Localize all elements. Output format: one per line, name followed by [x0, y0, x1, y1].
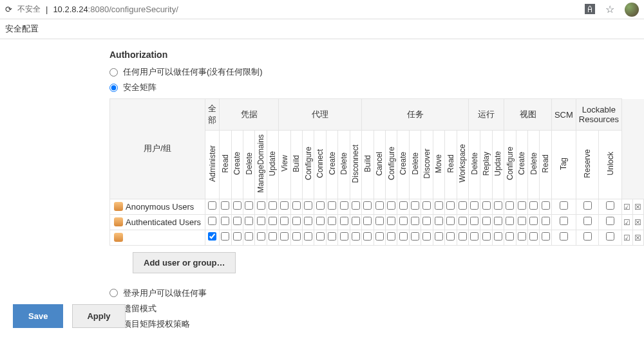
- perm-checkbox[interactable]: [494, 232, 502, 241]
- perm-checkbox[interactable]: [606, 201, 614, 210]
- perm-checkbox[interactable]: [363, 217, 372, 225]
- perm-checkbox[interactable]: [494, 217, 502, 225]
- profile-avatar[interactable]: [625, 3, 639, 17]
- select-all-icon[interactable]: ☑: [623, 203, 630, 212]
- perm-checkbox[interactable]: [542, 217, 550, 225]
- perm-checkbox[interactable]: [375, 217, 384, 225]
- perm-checkbox[interactable]: [399, 232, 408, 241]
- perm-checkbox[interactable]: [269, 217, 277, 225]
- perm-checkbox[interactable]: [411, 201, 419, 210]
- perm-checkbox[interactable]: [411, 217, 419, 225]
- perm-checkbox[interactable]: [280, 232, 289, 241]
- url-text[interactable]: 10.2.8.24:8080/configureSecurity/: [53, 5, 178, 14]
- auth-radio-loggedin[interactable]: 登录用户可以做任何事: [109, 287, 644, 299]
- perm-checkbox[interactable]: [352, 201, 360, 210]
- perm-checkbox[interactable]: [446, 201, 455, 210]
- perm-checkbox[interactable]: [387, 217, 395, 225]
- save-button[interactable]: Save: [13, 304, 63, 328]
- perm-checkbox[interactable]: [411, 232, 419, 241]
- perm-checkbox[interactable]: [470, 217, 478, 225]
- perm-checkbox[interactable]: [257, 217, 265, 225]
- perm-checkbox[interactable]: [422, 232, 431, 241]
- select-all-icon[interactable]: ☑: [623, 218, 630, 227]
- perm-checkbox[interactable]: [606, 217, 614, 225]
- perm-checkbox[interactable]: [542, 232, 550, 241]
- perm-checkbox[interactable]: [518, 201, 526, 210]
- perm-checkbox[interactable]: [221, 232, 229, 241]
- perm-checkbox[interactable]: [328, 201, 336, 210]
- perm-checkbox[interactable]: [387, 201, 395, 210]
- perm-checkbox[interactable]: [518, 217, 526, 225]
- perm-checkbox[interactable]: [233, 232, 242, 241]
- perm-checkbox[interactable]: [606, 232, 614, 241]
- perm-checkbox[interactable]: [280, 201, 289, 210]
- clear-all-icon[interactable]: ☒: [634, 203, 641, 212]
- perm-checkbox[interactable]: [328, 232, 336, 241]
- perm-checkbox[interactable]: [292, 201, 301, 210]
- perm-checkbox[interactable]: [529, 217, 538, 225]
- auth-radio-matrix[interactable]: 安全矩阵: [109, 82, 644, 93]
- perm-checkbox[interactable]: [583, 217, 592, 225]
- perm-checkbox[interactable]: [233, 201, 242, 210]
- perm-checkbox[interactable]: [340, 232, 348, 241]
- perm-checkbox[interactable]: [316, 217, 325, 225]
- perm-checkbox[interactable]: [583, 232, 592, 241]
- perm-checkbox[interactable]: [446, 232, 455, 241]
- perm-checkbox[interactable]: [560, 201, 568, 210]
- perm-checkbox[interactable]: [387, 232, 395, 241]
- perm-checkbox[interactable]: [257, 201, 265, 210]
- perm-checkbox[interactable]: [435, 232, 443, 241]
- perm-checkbox[interactable]: [506, 232, 514, 241]
- perm-checkbox[interactable]: [304, 217, 312, 225]
- reload-icon[interactable]: ⟳: [5, 5, 12, 14]
- perm-checkbox[interactable]: [340, 201, 348, 210]
- perm-checkbox[interactable]: [482, 217, 491, 225]
- perm-checkbox[interactable]: [363, 201, 372, 210]
- perm-checkbox[interactable]: [221, 217, 229, 225]
- perm-checkbox[interactable]: [269, 201, 277, 210]
- radio-anyone-input[interactable]: [109, 68, 118, 77]
- perm-checkbox[interactable]: [245, 217, 253, 225]
- perm-checkbox[interactable]: [482, 201, 491, 210]
- perm-checkbox[interactable]: [245, 232, 253, 241]
- auth-radio-project[interactable]: 项目矩阵授权策略: [109, 318, 644, 330]
- perm-checkbox[interactable]: [529, 201, 538, 210]
- auth-radio-legacy[interactable]: 遗留模式: [109, 303, 644, 314]
- apply-button[interactable]: Apply: [72, 304, 125, 328]
- perm-checkbox[interactable]: [352, 232, 360, 241]
- perm-checkbox[interactable]: [257, 232, 265, 241]
- perm-checkbox[interactable]: [304, 232, 312, 241]
- perm-checkbox[interactable]: [446, 217, 455, 225]
- perm-checkbox[interactable]: [292, 217, 301, 225]
- perm-checkbox[interactable]: [459, 217, 467, 225]
- perm-checkbox[interactable]: [560, 232, 568, 241]
- perm-checkbox[interactable]: [316, 232, 325, 241]
- perm-checkbox[interactable]: [542, 201, 550, 210]
- perm-checkbox[interactable]: [245, 201, 253, 210]
- perm-checkbox[interactable]: [375, 201, 384, 210]
- perm-checkbox[interactable]: [435, 217, 443, 225]
- clear-all-icon[interactable]: ☒: [634, 233, 641, 242]
- perm-checkbox[interactable]: [583, 201, 592, 210]
- radio-loggedin-input[interactable]: [109, 289, 118, 297]
- perm-checkbox[interactable]: [529, 232, 538, 241]
- perm-checkbox[interactable]: [399, 201, 408, 210]
- perm-checkbox[interactable]: [506, 217, 514, 225]
- perm-checkbox[interactable]: [208, 201, 216, 210]
- perm-checkbox[interactable]: [221, 201, 229, 210]
- perm-checkbox[interactable]: [269, 232, 277, 241]
- perm-checkbox[interactable]: [292, 232, 301, 241]
- perm-checkbox[interactable]: [375, 232, 384, 241]
- auth-radio-anyone[interactable]: 任何用户可以做任何事(没有任何限制): [109, 66, 644, 78]
- perm-checkbox[interactable]: [304, 201, 312, 210]
- perm-checkbox[interactable]: [470, 232, 478, 241]
- perm-checkbox[interactable]: [340, 217, 348, 225]
- select-all-icon[interactable]: ☑: [623, 233, 630, 242]
- perm-checkbox[interactable]: [233, 217, 242, 225]
- perm-checkbox[interactable]: [280, 217, 289, 225]
- perm-checkbox[interactable]: [316, 201, 325, 210]
- radio-matrix-input[interactable]: [109, 84, 118, 92]
- perm-checkbox[interactable]: [506, 201, 514, 210]
- perm-checkbox[interactable]: [399, 217, 408, 225]
- add-user-group-button[interactable]: Add user or group…: [133, 252, 236, 273]
